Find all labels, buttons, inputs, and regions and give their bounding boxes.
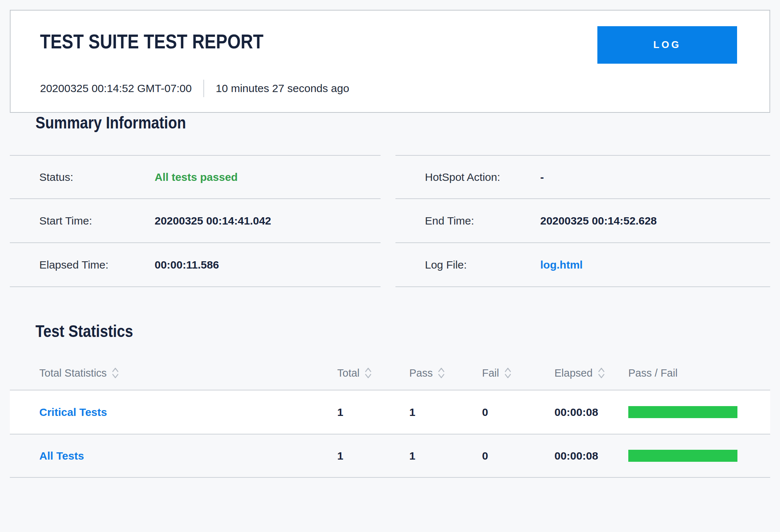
sort-icon xyxy=(364,367,372,379)
critical-tests-link[interactable]: Critical Tests xyxy=(39,406,337,418)
summary-right-column: HotSpot Action: - End Time: 20200325 00:… xyxy=(395,155,770,287)
sort-icon xyxy=(437,367,445,379)
elapsed-time-label: Elapsed Time: xyxy=(39,259,155,271)
elapsed-time-value: 00:00:11.586 xyxy=(155,259,219,271)
column-header-pass-fail: Pass / Fail xyxy=(628,367,770,379)
all-elapsed-value: 00:00:08 xyxy=(554,450,628,462)
all-fail-value: 0 xyxy=(482,450,554,462)
column-header-fail[interactable]: Fail xyxy=(482,367,554,379)
hotspot-action-label: HotSpot Action: xyxy=(425,171,540,183)
column-header-elapsed[interactable]: Elapsed xyxy=(554,367,628,379)
log-button[interactable]: LOG xyxy=(597,26,737,64)
sort-icon xyxy=(504,367,512,379)
sort-icon xyxy=(111,367,119,379)
statistics-heading: Test Statistics xyxy=(10,321,671,341)
summary-grid: Status: All tests passed Start Time: 202… xyxy=(10,155,770,287)
summary-row-status: Status: All tests passed xyxy=(10,155,381,199)
column-label-fail: Fail xyxy=(482,367,499,379)
end-time-value: 20200325 00:14:52.628 xyxy=(540,215,657,227)
start-time-value: 20200325 00:14:41.042 xyxy=(155,215,271,227)
critical-elapsed-value: 00:00:08 xyxy=(554,406,628,418)
critical-pass-fail-bar xyxy=(628,406,737,418)
summary-row-start-time: Start Time: 20200325 00:14:41.042 xyxy=(10,199,381,243)
critical-pass-value: 1 xyxy=(409,406,482,418)
statistics-table-header: Total Statistics Total Pass Fail xyxy=(10,356,770,390)
column-header-pass[interactable]: Pass xyxy=(409,367,482,379)
column-label-total-statistics: Total Statistics xyxy=(39,367,107,379)
generated-timestamp: 20200325 00:14:52 GMT-07:00 xyxy=(40,82,192,95)
summary-row-end-time: End Time: 20200325 00:14:52.628 xyxy=(395,199,770,243)
column-header-total-statistics[interactable]: Total Statistics xyxy=(39,367,337,379)
column-label-elapsed: Elapsed xyxy=(554,367,593,379)
summary-section: Summary Information Status: All tests pa… xyxy=(10,113,770,287)
all-pass-fail-bar xyxy=(628,450,737,462)
column-header-total[interactable]: Total xyxy=(337,367,409,379)
table-row-critical-tests: Critical Tests 1 1 0 00:00:08 xyxy=(10,390,770,434)
meta-divider xyxy=(203,80,204,97)
sort-icon xyxy=(597,367,605,379)
column-label-pass-fail: Pass / Fail xyxy=(628,367,677,379)
summary-left-column: Status: All tests passed Start Time: 202… xyxy=(10,155,381,287)
pass-bar-segment xyxy=(628,450,737,462)
all-total-value: 1 xyxy=(337,450,409,462)
hotspot-action-value: - xyxy=(540,171,544,183)
log-file-link[interactable]: log.html xyxy=(540,259,583,271)
report-header-card: TEST SUITE TEST REPORT LOG 20200325 00:1… xyxy=(10,10,770,113)
status-label: Status: xyxy=(39,171,155,183)
all-pass-value: 1 xyxy=(409,450,482,462)
log-file-label: Log File: xyxy=(425,259,540,271)
summary-heading: Summary Information xyxy=(10,113,671,132)
end-time-label: End Time: xyxy=(425,215,540,227)
pass-bar-segment xyxy=(628,406,737,418)
all-tests-link[interactable]: All Tests xyxy=(39,450,337,462)
table-row-all-tests: All Tests 1 1 0 00:00:08 xyxy=(10,434,770,478)
page-title: TEST SUITE TEST REPORT xyxy=(40,29,263,53)
status-value: All tests passed xyxy=(155,171,238,183)
column-label-total: Total xyxy=(337,367,359,379)
generated-ago: 10 minutes 27 seconds ago xyxy=(216,82,349,95)
critical-total-value: 1 xyxy=(337,406,409,418)
summary-row-log-file: Log File: log.html xyxy=(395,243,770,287)
statistics-section: Test Statistics Total Statistics Total P… xyxy=(10,321,770,478)
summary-row-hotspot-action: HotSpot Action: - xyxy=(395,155,770,199)
summary-row-elapsed-time: Elapsed Time: 00:00:11.586 xyxy=(10,243,381,287)
report-meta: 20200325 00:14:52 GMT-07:00 10 minutes 2… xyxy=(40,77,349,100)
critical-fail-value: 0 xyxy=(482,406,554,418)
column-label-pass: Pass xyxy=(409,367,433,379)
start-time-label: Start Time: xyxy=(39,215,155,227)
